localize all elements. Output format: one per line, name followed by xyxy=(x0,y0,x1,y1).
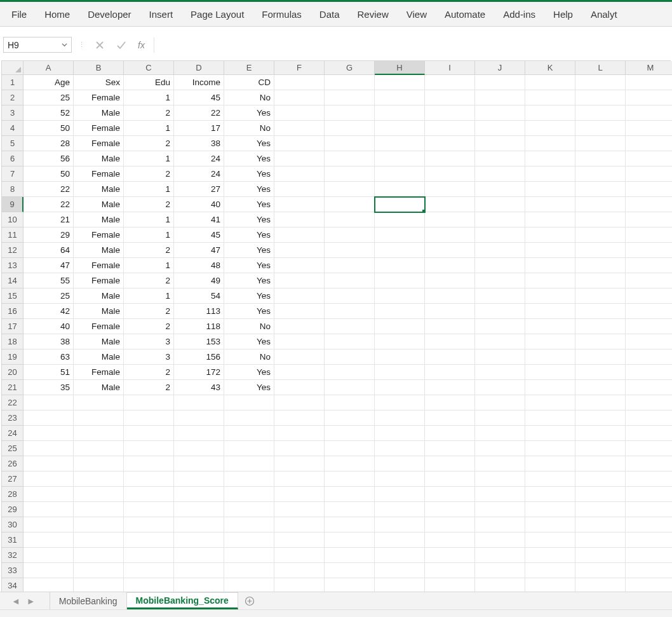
cell-H19[interactable] xyxy=(375,349,425,365)
cell-F5[interactable] xyxy=(274,136,325,151)
cell-M30[interactable] xyxy=(626,517,672,532)
cell-J8[interactable] xyxy=(475,182,525,197)
cell-M3[interactable] xyxy=(626,105,672,121)
cell-J16[interactable] xyxy=(475,304,525,319)
cell-J17[interactable] xyxy=(475,319,525,334)
cell-A25[interactable] xyxy=(24,441,74,456)
ribbon-tab-review[interactable]: Review xyxy=(349,2,398,26)
cell-I4[interactable] xyxy=(425,121,475,136)
cell-H10[interactable] xyxy=(375,212,425,227)
cell-C23[interactable] xyxy=(124,410,174,426)
cell-G6[interactable] xyxy=(325,151,375,166)
cell-G33[interactable] xyxy=(325,563,375,578)
sheet-next-icon[interactable]: ► xyxy=(27,596,36,606)
column-header-B[interactable]: B xyxy=(74,61,124,75)
cell-H3[interactable] xyxy=(375,105,425,121)
cell-B5[interactable]: Female xyxy=(74,136,124,151)
cell-F27[interactable] xyxy=(274,471,325,487)
cell-E31[interactable] xyxy=(224,532,274,548)
cell-J3[interactable] xyxy=(475,105,525,121)
cell-D1[interactable]: Income xyxy=(174,75,224,90)
cell-G24[interactable] xyxy=(325,426,375,441)
cell-A4[interactable]: 50 xyxy=(24,121,74,136)
cell-F7[interactable] xyxy=(274,166,325,182)
cell-F10[interactable] xyxy=(274,212,325,227)
ribbon-tab-file[interactable]: File xyxy=(3,2,36,26)
row-header-29[interactable]: 29 xyxy=(2,502,24,517)
cell-L15[interactable] xyxy=(575,288,626,304)
cell-J2[interactable] xyxy=(475,90,525,105)
cell-I21[interactable] xyxy=(425,380,475,395)
cell-G19[interactable] xyxy=(325,349,375,365)
row-header-10[interactable]: 10 xyxy=(2,212,24,227)
cell-C15[interactable]: 1 xyxy=(124,288,174,304)
cell-M5[interactable] xyxy=(626,136,672,151)
cell-L16[interactable] xyxy=(575,304,626,319)
cell-B19[interactable]: Male xyxy=(74,349,124,365)
cell-K6[interactable] xyxy=(525,151,575,166)
cell-D18[interactable]: 153 xyxy=(174,334,224,349)
cell-G8[interactable] xyxy=(325,182,375,197)
cell-H32[interactable] xyxy=(375,548,425,563)
cell-B11[interactable]: Female xyxy=(74,227,124,243)
cell-J10[interactable] xyxy=(475,212,525,227)
cell-F4[interactable] xyxy=(274,121,325,136)
cell-H4[interactable] xyxy=(375,121,425,136)
cell-G31[interactable] xyxy=(325,532,375,548)
cell-I24[interactable] xyxy=(425,426,475,441)
cell-J9[interactable] xyxy=(475,197,525,212)
cell-F25[interactable] xyxy=(274,441,325,456)
cell-A30[interactable] xyxy=(24,517,74,532)
row-header-27[interactable]: 27 xyxy=(2,471,24,487)
cell-L28[interactable] xyxy=(575,487,626,502)
cell-J18[interactable] xyxy=(475,334,525,349)
cell-D9[interactable]: 40 xyxy=(174,197,224,212)
cell-A6[interactable]: 56 xyxy=(24,151,74,166)
cell-M32[interactable] xyxy=(626,548,672,563)
ribbon-tab-data[interactable]: Data xyxy=(311,2,349,26)
cell-G14[interactable] xyxy=(325,273,375,288)
cell-H9[interactable] xyxy=(375,197,425,212)
cell-H18[interactable] xyxy=(375,334,425,349)
row-header-16[interactable]: 16 xyxy=(2,304,24,319)
cell-C32[interactable] xyxy=(124,548,174,563)
cell-D16[interactable]: 113 xyxy=(174,304,224,319)
cell-F9[interactable] xyxy=(274,197,325,212)
row-header-28[interactable]: 28 xyxy=(2,487,24,502)
cell-K31[interactable] xyxy=(525,532,575,548)
cell-M7[interactable] xyxy=(626,166,672,182)
cell-E25[interactable] xyxy=(224,441,274,456)
cell-D4[interactable]: 17 xyxy=(174,121,224,136)
ribbon-tab-analyt[interactable]: Analyt xyxy=(582,2,621,26)
cell-M17[interactable] xyxy=(626,319,672,334)
cell-L30[interactable] xyxy=(575,517,626,532)
cell-J23[interactable] xyxy=(475,410,525,426)
cell-A8[interactable]: 22 xyxy=(24,182,74,197)
cell-E2[interactable]: No xyxy=(224,90,274,105)
cell-A17[interactable]: 40 xyxy=(24,319,74,334)
cell-L27[interactable] xyxy=(575,471,626,487)
cell-C1[interactable]: Edu xyxy=(124,75,174,90)
cell-C17[interactable]: 2 xyxy=(124,319,174,334)
cell-H33[interactable] xyxy=(375,563,425,578)
cell-F33[interactable] xyxy=(274,563,325,578)
cell-D25[interactable] xyxy=(174,441,224,456)
cell-F32[interactable] xyxy=(274,548,325,563)
column-header-L[interactable]: L xyxy=(575,61,626,75)
cell-J11[interactable] xyxy=(475,227,525,243)
cell-B17[interactable]: Female xyxy=(74,319,124,334)
cell-H28[interactable] xyxy=(375,487,425,502)
row-header-8[interactable]: 8 xyxy=(2,182,24,197)
cell-K15[interactable] xyxy=(525,288,575,304)
cell-M12[interactable] xyxy=(626,243,672,258)
row-header-18[interactable]: 18 xyxy=(2,334,24,349)
cell-K32[interactable] xyxy=(525,548,575,563)
cell-M13[interactable] xyxy=(626,258,672,273)
row-header-24[interactable]: 24 xyxy=(2,426,24,441)
cell-K20[interactable] xyxy=(525,365,575,380)
cell-M16[interactable] xyxy=(626,304,672,319)
row-header-33[interactable]: 33 xyxy=(2,563,24,578)
cell-I2[interactable] xyxy=(425,90,475,105)
cell-I32[interactable] xyxy=(425,548,475,563)
cell-I13[interactable] xyxy=(425,258,475,273)
